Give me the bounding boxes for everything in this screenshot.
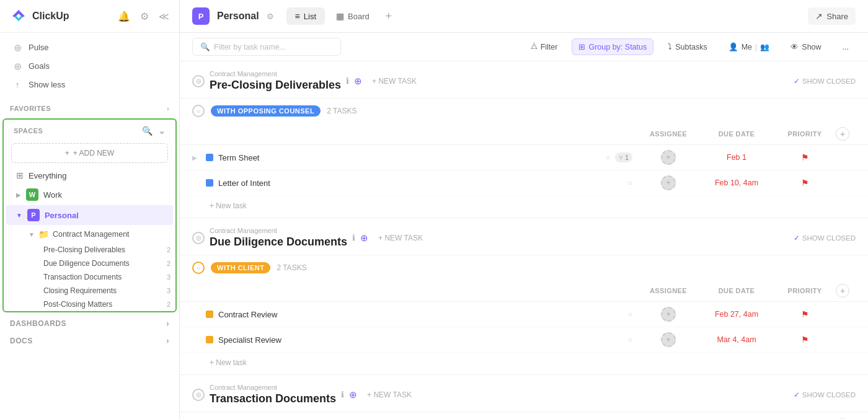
space-work-label: Work bbox=[43, 190, 163, 200]
folder-contract-management[interactable]: ▼ 📁 Contract Management ••• + bbox=[14, 226, 175, 243]
sidebar-item-pulse[interactable]: ◎ Pulse bbox=[0, 38, 179, 56]
favorites-label: FAVORITES bbox=[10, 105, 51, 112]
add-new-button[interactable]: + + ADD NEW bbox=[11, 143, 168, 163]
task-row-contract-review[interactable]: Contract Review ○ + Feb 27, 4am ⚑ bbox=[180, 302, 868, 327]
task-expand-icon[interactable]: ▶ bbox=[192, 154, 201, 161]
sidebar-item-everything[interactable]: ⊞ Everything bbox=[6, 167, 173, 184]
task-assignee-cell: + bbox=[637, 175, 699, 190]
favorites-section-header: FAVORITES › bbox=[0, 99, 179, 116]
task-row-term-sheet[interactable]: ▶ Term Sheet ○ ⑂ 1 + bbox=[180, 145, 868, 170]
sub-item-pre-closing-count: 2 bbox=[167, 246, 170, 254]
assignee-avatar[interactable]: + bbox=[661, 332, 676, 347]
col-due-date-label: DUE DATE bbox=[699, 130, 774, 138]
due-diligence-settings-icon[interactable]: ⊕ bbox=[360, 232, 368, 244]
sub-item-pre-closing[interactable]: Pre-Closing Deliverables 2 bbox=[14, 243, 175, 257]
collapse-sidebar-icon[interactable]: ≪ bbox=[159, 11, 169, 22]
section-transaction-docs: ◎ Contract Management Transaction Docume… bbox=[180, 375, 868, 419]
task-row-letter-of-intent[interactable]: Letter of Intent ○ + Feb 10, 4am ⚑ bbox=[180, 170, 868, 196]
space-everything-label: Everything bbox=[29, 171, 163, 180]
spaces-search-icon[interactable]: 🔍 bbox=[142, 126, 153, 136]
col-headers-opposing: ASSIGNEE DUE DATE PRIORITY + bbox=[180, 123, 868, 145]
transaction-info-icon[interactable]: ℹ bbox=[341, 390, 344, 399]
section-pre-closing-collapse[interactable]: ◎ bbox=[192, 75, 205, 87]
more-options-button[interactable]: ... bbox=[836, 39, 856, 55]
folder-options-icon[interactable]: ••• bbox=[151, 229, 162, 239]
folder-add-icon[interactable]: + bbox=[165, 229, 170, 240]
transaction-docs-show-closed-btn[interactable]: ✓ SHOW CLOSED bbox=[794, 390, 856, 399]
sub-item-closing-requirements[interactable]: Closing Requirements 3 bbox=[14, 284, 175, 298]
svg-marker-0 bbox=[12, 10, 25, 17]
add-column-button[interactable]: + bbox=[836, 127, 849, 141]
sub-item-transaction-docs[interactable]: Transaction Documents 3 bbox=[14, 270, 175, 284]
docs-section[interactable]: DOCS › bbox=[0, 332, 179, 350]
tab-list[interactable]: ≡ List bbox=[286, 7, 325, 25]
section-transaction-docs-title-row: Contract Management Transaction Document… bbox=[210, 384, 789, 405]
transaction-new-task-link[interactable]: + NEW TASK bbox=[367, 390, 412, 399]
pre-closing-info-icon[interactable]: ℹ bbox=[346, 76, 349, 86]
docs-chevron-icon: › bbox=[167, 337, 170, 345]
notifications-icon[interactable]: 🔔 bbox=[118, 11, 130, 22]
dashboards-section[interactable]: DASHBOARDS › bbox=[0, 315, 179, 332]
section-due-diligence-collapse[interactable]: ◎ bbox=[192, 232, 205, 244]
new-task-link[interactable]: + New task bbox=[210, 358, 247, 367]
task-due-date-loi: Feb 10, 4am bbox=[699, 179, 774, 187]
sub-item-post-closing[interactable]: Post-Closing Matters 2 bbox=[14, 298, 175, 311]
spaces-chevron-icon[interactable]: ⌄ bbox=[158, 126, 166, 136]
add-column-button[interactable]: + bbox=[836, 284, 849, 298]
pre-closing-new-task-link[interactable]: + NEW TASK bbox=[372, 77, 417, 86]
sidebar-item-show-less[interactable]: ↑ Show less bbox=[0, 75, 179, 94]
search-box[interactable]: 🔍 Filter by task name... bbox=[192, 38, 341, 56]
sidebar-item-work[interactable]: ▶ W Work bbox=[6, 185, 173, 205]
section-transaction-docs-collapse[interactable]: ◎ bbox=[192, 389, 205, 401]
clickup-logo-icon bbox=[10, 7, 27, 25]
docs-label: DOCS bbox=[10, 337, 33, 345]
sub-item-due-diligence-count: 2 bbox=[167, 260, 170, 267]
section-pre-closing-header: ◎ Contract Management Pre-Closing Delive… bbox=[180, 61, 868, 98]
sub-item-post-closing-label: Post-Closing Matters bbox=[43, 300, 112, 309]
task-row-specialist-review[interactable]: Specialist Review ○ + Mar 4, 4am ⚑ bbox=[180, 327, 868, 353]
due-diligence-new-task-link[interactable]: + NEW TASK bbox=[378, 234, 423, 242]
show-button[interactable]: 👁 Show bbox=[784, 39, 828, 55]
settings-icon[interactable]: ⚙ bbox=[140, 11, 149, 22]
assignee-avatar[interactable]: + bbox=[661, 307, 676, 322]
task-term-sheet-name: Term Sheet bbox=[218, 153, 606, 162]
sidebar-item-goals[interactable]: ◎ Goals bbox=[0, 56, 179, 75]
list-icon: ≡ bbox=[295, 11, 300, 21]
due-diligence-info-icon[interactable]: ℹ bbox=[352, 233, 355, 242]
with-client-header: ○ WITH CLIENT 2 TASKS bbox=[180, 255, 868, 280]
subtasks-button[interactable]: ⤵ Subtasks bbox=[661, 39, 714, 55]
filter-button[interactable]: ⧊ Filter bbox=[524, 38, 565, 55]
pre-closing-settings-icon[interactable]: ⊕ bbox=[354, 76, 362, 87]
priority-flag-icon: ⚑ bbox=[801, 335, 809, 345]
transaction-settings-icon[interactable]: ⊕ bbox=[349, 389, 357, 400]
assignee-plus-icon: + bbox=[666, 310, 670, 319]
sidebar: ClickUp 🔔 ⚙ ≪ ◎ Pulse ◎ Goals ↑ Show les… bbox=[0, 0, 180, 419]
opposing-counsel-collapse[interactable]: ○ bbox=[192, 105, 205, 117]
col-headers-client: ASSIGNEE DUE DATE PRIORITY + bbox=[180, 280, 868, 302]
assignee-avatar[interactable]: + bbox=[661, 175, 676, 190]
folder-section: ▼ 📁 Contract Management ••• + Pre-Closin… bbox=[4, 226, 175, 311]
new-task-link[interactable]: + New task bbox=[210, 201, 247, 210]
section-due-diligence-header: ◎ Contract Management Due Diligence Docu… bbox=[180, 218, 868, 255]
add-tab-button[interactable]: + bbox=[381, 8, 397, 24]
due-diligence-show-closed-btn[interactable]: ✓ SHOW CLOSED bbox=[794, 234, 856, 242]
search-placeholder: Filter by task name... bbox=[214, 43, 286, 51]
section-transaction-docs-title: Transaction Documents bbox=[210, 392, 336, 405]
me-button[interactable]: 👤 Me | 👥 bbox=[722, 38, 777, 55]
share-button[interactable]: ↗ Share bbox=[808, 7, 856, 25]
favorites-chevron-icon[interactable]: › bbox=[167, 105, 169, 112]
folder-expand-icon: ▼ bbox=[29, 231, 35, 238]
share-label: Share bbox=[826, 12, 848, 21]
section-due-diligence-meta: Contract Management bbox=[210, 227, 347, 234]
tab-board[interactable]: ▦ Board bbox=[327, 7, 378, 25]
with-client-collapse[interactable]: ○ bbox=[192, 262, 205, 274]
workspace-settings-icon[interactable]: ⚙ bbox=[267, 12, 274, 21]
section-transaction-docs-header: ◎ Contract Management Transaction Docume… bbox=[180, 375, 868, 412]
assignee-avatar[interactable]: + bbox=[661, 150, 676, 165]
col-assignee-label: ASSIGNEE bbox=[637, 130, 699, 138]
sidebar-item-personal[interactable]: ▼ P Personal bbox=[6, 205, 173, 225]
work-avatar: W bbox=[26, 188, 38, 201]
group-by-button[interactable]: ⊞ Group by: Status bbox=[572, 38, 653, 55]
pre-closing-show-closed-btn[interactable]: ✓ SHOW CLOSED bbox=[794, 77, 856, 86]
sub-item-due-diligence[interactable]: Due Diligence Documents 2 bbox=[14, 257, 175, 270]
